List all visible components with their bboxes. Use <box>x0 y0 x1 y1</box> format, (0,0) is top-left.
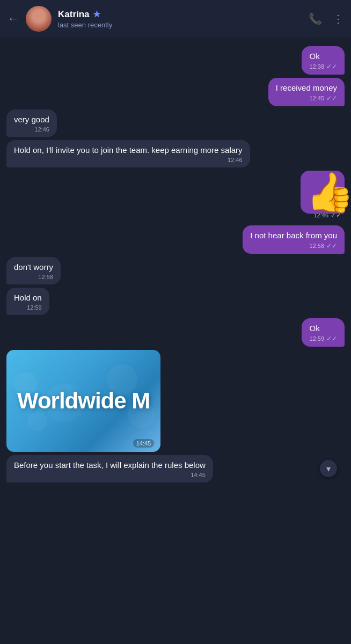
contact-name: Katrina ★ <box>58 9 309 20</box>
phone-icon[interactable]: 📞 <box>309 12 322 25</box>
message-meta: 12:38 ✓✓ <box>309 63 337 70</box>
image-label: Worldwide M <box>17 388 150 414</box>
avatar <box>26 6 52 32</box>
message-meta: 14:45 <box>14 472 206 478</box>
more-options-icon[interactable]: ⋮ <box>333 12 343 25</box>
message-text: Before you start the task, I will explai… <box>14 459 206 471</box>
message-meta: 12:58 ✓✓ <box>250 242 337 250</box>
contact-status: last seen recently <box>58 21 309 29</box>
image-message: Worldwide M 14:45 <box>6 350 160 452</box>
message-text: Ok <box>309 323 337 334</box>
message-bubble: Hold on, I'll invite you to join the tea… <box>6 140 250 167</box>
image-content: Worldwide M <box>6 350 160 452</box>
message-text: Hold on, I'll invite you to join the tea… <box>14 144 243 156</box>
message-bubble: I received money 12:45 ✓✓ <box>268 78 345 106</box>
message-meta: 12:45 ✓✓ <box>276 94 337 102</box>
message-time: 14:45 <box>191 472 206 478</box>
message-row: Hold on 12:59 <box>6 288 345 315</box>
message-text: Hold on <box>14 292 42 303</box>
back-button[interactable]: ← <box>8 12 19 26</box>
svg-point-4 <box>27 413 47 432</box>
message-time: 14:45 <box>133 439 155 448</box>
message-text: I not hear back from you <box>250 230 337 241</box>
last-section: Before you start the task, I will explai… <box>6 455 345 482</box>
message-meta: 12:46 <box>14 126 49 133</box>
message-meta: 12:59 ✓✓ <box>309 335 337 342</box>
message-bubble: Ok 12:59 ✓✓ <box>302 318 345 347</box>
message-time: 12:46 <box>228 157 243 163</box>
chat-header: ← Katrina ★ last seen recently 📞 ⋮ <box>0 0 351 38</box>
message-bubble: I not hear back from you 12:58 ✓✓ <box>243 225 345 254</box>
message-time: 12:59 <box>309 335 324 342</box>
message-meta: 12:59 <box>14 304 42 311</box>
read-receipt-icon: ✓✓ <box>326 242 337 250</box>
message-meta: 12:46 <box>14 157 243 163</box>
message-time: 12:59 <box>27 304 42 311</box>
header-actions: 📞 ⋮ <box>309 12 343 25</box>
message-time: 12:45 <box>309 95 324 101</box>
read-receipt-icon: ✓✓ <box>326 94 337 102</box>
message-bubble: Ok 12:38 ✓✓ <box>302 46 345 75</box>
read-receipt-icon: ✓✓ <box>326 335 337 342</box>
message-text: very good <box>14 114 49 125</box>
message-row: very good 12:46 <box>6 109 345 137</box>
message-meta: 12:58 <box>14 274 53 280</box>
message-time: 12:38 <box>309 63 324 70</box>
message-row: I not hear back from you 12:58 ✓✓ <box>6 225 345 254</box>
message-bubble: Hold on 12:59 <box>6 288 49 315</box>
star-icon: ★ <box>93 9 100 19</box>
message-row: I received money 12:45 ✓✓ <box>6 78 345 106</box>
scroll-down-button[interactable]: ▾ <box>320 460 337 477</box>
message-row: don't worry 12:58 <box>6 257 345 284</box>
message-bubble: Before you start the task, I will explai… <box>6 455 213 482</box>
message-bubble-emoji: 👍 <box>301 171 345 214</box>
message-time: 12:58 <box>38 274 53 280</box>
message-bubble: don't worry 12:58 <box>6 257 61 284</box>
message-row: 👍 12:46 ✓✓ <box>6 171 345 222</box>
message-row: Ok 12:59 ✓✓ <box>6 318 345 347</box>
message-time: 12:46 <box>34 126 49 133</box>
message-time: 12:58 <box>309 243 324 249</box>
message-row: Hold on, I'll invite you to join the tea… <box>6 140 345 167</box>
message-text: I received money <box>276 82 337 93</box>
message-text: don't worry <box>14 261 53 273</box>
message-row: Before you start the task, I will explai… <box>6 455 345 482</box>
message-bubble: very good 12:46 <box>6 109 57 137</box>
message-row: Ok 12:38 ✓✓ <box>6 46 345 75</box>
message-row: Worldwide M 14:45 <box>6 350 345 452</box>
contact-info: Katrina ★ last seen recently <box>58 9 309 29</box>
message-text: Ok <box>309 50 337 62</box>
read-receipt-icon: ✓✓ <box>326 63 337 70</box>
chat-area: Ok 12:38 ✓✓ I received money 12:45 ✓✓ ve… <box>0 38 351 491</box>
